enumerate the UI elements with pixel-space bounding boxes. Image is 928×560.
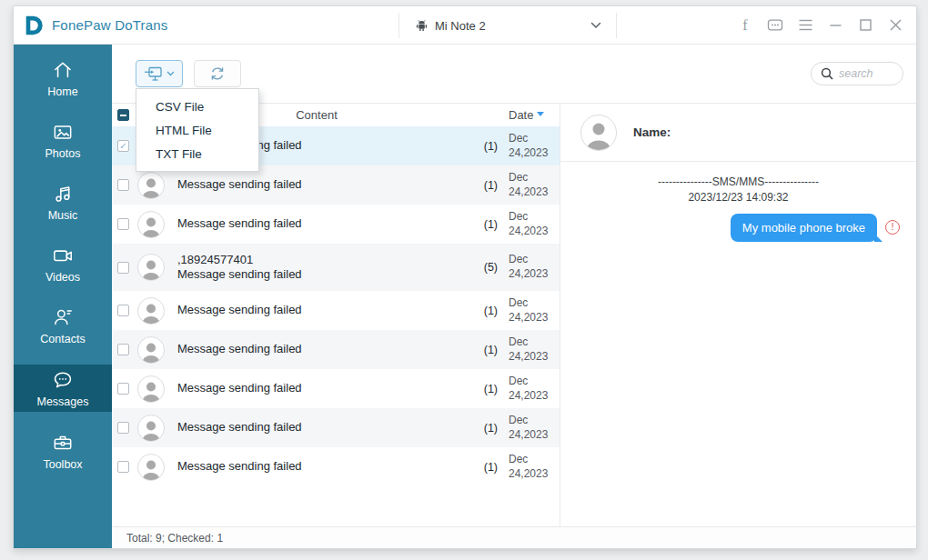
send-failed-icon[interactable]: ! <box>885 220 900 235</box>
message-bubble-row: My mobile phone broke ! <box>560 214 916 242</box>
facebook-icon[interactable]: f <box>737 17 753 34</box>
close-icon[interactable] <box>887 17 903 34</box>
message-preview: Message sending failed <box>170 381 459 395</box>
search-input[interactable] <box>839 67 892 80</box>
message-date: Dec24,2023 <box>499 253 560 281</box>
sort-desc-icon <box>537 112 544 116</box>
sidebar-item-label: Videos <box>45 271 80 284</box>
date-column-header[interactable]: Date <box>499 108 560 122</box>
message-row[interactable]: Message sending failed(1)Dec24,2023 <box>112 447 560 486</box>
contact-avatar <box>137 297 165 325</box>
sidebar-item-label: Photos <box>45 147 81 160</box>
row-checkbox[interactable] <box>117 218 129 230</box>
maximize-icon[interactable] <box>857 17 873 34</box>
messages-icon <box>51 368 75 392</box>
contact-avatar <box>137 454 165 481</box>
music-icon <box>51 182 75 205</box>
message-row[interactable]: Message sending failed(1)Dec24,2023 <box>112 408 560 447</box>
export-to-device-icon <box>144 65 164 82</box>
message-date: Dec24,2023 <box>499 132 560 160</box>
message-preview: Message sending failed <box>170 420 459 435</box>
message-row[interactable]: Message sending failed(1)Dec24,2023 <box>112 330 560 369</box>
sidebar-item-photos[interactable]: Photos <box>14 117 112 163</box>
message-count: (1) <box>459 344 499 356</box>
sidebar-item-label: Messages <box>37 395 89 408</box>
home-icon <box>51 58 75 82</box>
export-dropdown-menu: CSV FileHTML FileTXT File <box>136 88 259 172</box>
message-date: Dec24,2023 <box>499 375 560 403</box>
refresh-icon <box>208 65 227 83</box>
conversation-header: Name: <box>560 104 916 162</box>
chevron-down-icon <box>590 22 601 29</box>
sidebar-item-label: Home <box>47 85 77 98</box>
row-checkbox[interactable] <box>117 305 129 316</box>
menu-item-csv-file[interactable]: CSV File <box>136 95 258 118</box>
message-row[interactable]: Message sending failed(1)Dec24,2023 <box>112 291 560 330</box>
titlebar: FonePaw DoTrans Mi Note 2 <box>14 6 916 45</box>
export-chevron-icon <box>166 71 175 76</box>
message-date: Dec24,2023 <box>499 210 560 238</box>
row-checkbox[interactable] <box>117 422 129 434</box>
message-row[interactable]: Message sending failed(1)Dec24,2023 <box>112 369 560 408</box>
row-checkbox[interactable] <box>117 461 129 473</box>
message-row[interactable]: Message sending failed(1)Dec24,2023 <box>112 205 560 244</box>
menu-item-html-file[interactable]: HTML File <box>136 118 258 142</box>
contact-avatar <box>137 211 165 238</box>
device-name: Mi Note 2 <box>435 19 486 33</box>
conversation-thread: ---------------SMS/MMS--------------- 20… <box>560 162 916 526</box>
minimize-icon[interactable] <box>827 17 843 34</box>
menu-item-txt-file[interactable]: TXT File <box>136 142 258 165</box>
menu-icon[interactable] <box>797 17 813 34</box>
contact-avatar <box>137 375 165 403</box>
contact-avatar <box>137 172 165 199</box>
sidebar-item-music[interactable]: Music <box>14 179 112 225</box>
row-checkbox[interactable] <box>117 179 129 191</box>
status-text: Total: 9; Checked: 1 <box>126 532 223 545</box>
message-row[interactable]: ,18924577401Message sending failed(5)Dec… <box>112 244 560 291</box>
sidebar-item-label: Toolbox <box>43 458 82 471</box>
sidebar-item-toolbox[interactable]: Toolbox <box>14 428 112 474</box>
message-preview: Message sending failed <box>170 342 459 356</box>
message-preview: Message sending failed <box>170 303 459 317</box>
contacts-icon <box>51 305 75 329</box>
message-count: (1) <box>459 383 499 395</box>
message-count: (5) <box>459 261 499 274</box>
message-preview: Message sending failed <box>170 216 459 231</box>
select-all-checkbox[interactable] <box>117 109 129 121</box>
sidebar-item-label: Music <box>48 209 78 222</box>
dotrans-logo-icon <box>23 15 45 36</box>
message-date: Dec24,2023 <box>499 171 560 199</box>
feedback-icon[interactable] <box>767 17 783 34</box>
android-device-icon <box>416 19 428 32</box>
message-preview: ,18924577401Message sending failed <box>170 253 459 283</box>
sidebar: HomePhotosMusicVideosContactsMessagesToo… <box>14 45 112 548</box>
contact-avatar <box>580 115 617 151</box>
sidebar-item-home[interactable]: Home <box>14 55 112 101</box>
message-date: Dec24,2023 <box>499 335 560 364</box>
message-timestamp: 2023/12/23 14:09:32 <box>560 190 916 205</box>
conversation-pane: Name: ---------------SMS/MMS------------… <box>560 104 916 526</box>
refresh-button[interactable] <box>194 60 241 87</box>
message-count: (1) <box>459 305 499 317</box>
photos-icon <box>51 120 75 144</box>
sidebar-item-contacts[interactable]: Contacts <box>14 303 112 348</box>
export-button[interactable] <box>136 60 183 87</box>
sidebar-item-videos[interactable]: Videos <box>14 241 112 286</box>
message-date: Dec24,2023 <box>499 453 560 481</box>
contact-name-label: Name: <box>633 125 671 139</box>
message-preview: Message sending failed <box>170 459 459 474</box>
row-checkbox[interactable] <box>117 344 129 355</box>
app-title: FonePaw DoTrans <box>52 17 168 33</box>
videos-icon <box>51 244 75 267</box>
message-preview: Message sending failed <box>170 177 459 192</box>
sidebar-item-messages[interactable]: Messages <box>14 365 112 412</box>
search-icon <box>821 67 833 80</box>
row-checkbox[interactable] <box>117 262 129 274</box>
session-divider: ---------------SMS/MMS--------------- <box>560 175 916 190</box>
row-checkbox[interactable] <box>117 383 129 395</box>
message-rows: ✓Message sending failed(1)Dec24,2023Mess… <box>112 126 560 526</box>
titlebar-icons: f <box>737 17 903 34</box>
contact-avatar <box>137 336 165 364</box>
row-checkbox[interactable]: ✓ <box>117 140 129 152</box>
device-selector[interactable]: Mi Note 2 <box>398 13 617 38</box>
